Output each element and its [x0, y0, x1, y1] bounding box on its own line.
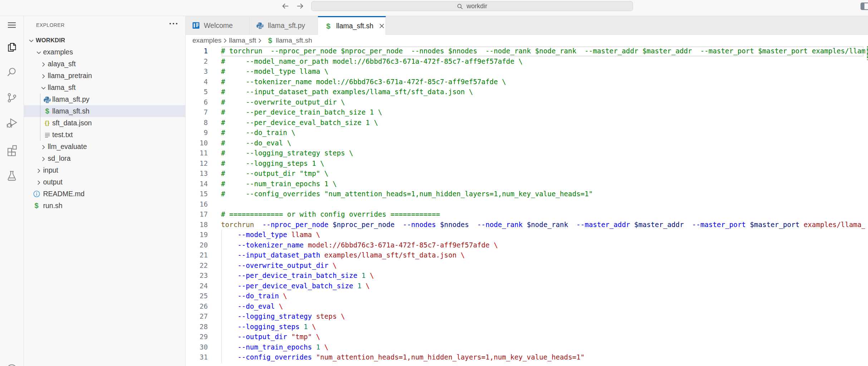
tree-file-readme-md[interactable]: README.md — [24, 188, 185, 200]
tab-label: Welcome — [204, 21, 233, 30]
line-number: 29 — [186, 332, 208, 342]
tree-item-label: sft_data.json — [52, 119, 92, 127]
code-line-text: # --output_dir "tmp" \ — [221, 169, 328, 179]
breadcrumb: examplesllama_sft$llama_sft.sh — [186, 35, 868, 46]
code-line-1: 1# torchrun --nproc_per_node $nproc_per_… — [186, 46, 868, 57]
code-line-text: --model_type llama \ — [221, 230, 320, 240]
line-number: 5 — [186, 87, 208, 97]
chevron-right-icon — [36, 179, 42, 185]
line-number: 25 — [186, 291, 208, 302]
activitybar-source-control-button[interactable] — [6, 92, 18, 104]
activitybar-extensions-button[interactable] — [6, 144, 18, 156]
code-line-16: 16 — [186, 199, 868, 210]
explorer-title: EXPLORER — [36, 22, 64, 28]
code-line-7: 7# --per_device_train_batch_size 1 \ — [186, 107, 868, 118]
breadcrumb-item[interactable]: llama_sft — [229, 37, 256, 44]
line-number: 31 — [186, 352, 208, 363]
code-line-text: # --config_overrides "num_attention_head… — [221, 189, 593, 199]
tree-file-run-sh[interactable]: $run.sh — [24, 200, 185, 212]
more-actions-icon[interactable] — [168, 18, 179, 29]
tree-folder-examples[interactable]: examples — [24, 46, 185, 58]
file-tree: WORKDIRexamplesalaya_sftllama_pretrainll… — [24, 34, 185, 212]
chevron-down-icon — [28, 37, 34, 43]
tree-file-test-txt[interactable]: test.txt — [24, 129, 185, 141]
breadcrumb-separator-icon — [257, 38, 263, 44]
activity-bar — [0, 16, 24, 366]
file-icon: {} — [44, 120, 51, 127]
code-line-text: # --input_dataset_path examples/llama_sf… — [221, 87, 473, 97]
code-line-26: 26 --do_eval \ — [186, 302, 868, 312]
code-line-10: 10# --do_eval \ — [186, 138, 868, 149]
tree-folder-llama-sft[interactable]: llama_sft — [24, 82, 185, 93]
shell-icon: $ — [45, 107, 49, 115]
activitybar-testing-button[interactable] — [6, 170, 18, 182]
line-number: 15 — [186, 189, 208, 199]
minimap[interactable] — [865, 46, 868, 366]
tree-item-label: output — [43, 178, 63, 186]
shell-icon: $ — [324, 22, 333, 30]
line-number: 14 — [186, 179, 208, 189]
line-number: 6 — [186, 97, 208, 108]
code-line-text: --do_eval \ — [221, 302, 283, 312]
code-line-text: # --model_type llama \ — [221, 67, 328, 77]
code-line-24: 24 --per_device_eval_batch_size 1 \ — [186, 281, 868, 292]
code-editor[interactable]: 1# torchrun --nproc_per_node $nproc_per_… — [186, 46, 868, 366]
search-icon — [457, 3, 463, 10]
breadcrumb-item[interactable]: examples — [192, 37, 221, 44]
command-center-label: workdir — [466, 3, 487, 10]
code-line-5: 5# --input_dataset_path examples/llama_s… — [186, 87, 868, 97]
breadcrumb-item[interactable]: llama_sft.sh — [276, 37, 312, 44]
line-number: 21 — [186, 250, 208, 261]
explorer-sidebar: EXPLORER WORKDIRexamplesalaya_sftllama_p… — [24, 16, 186, 366]
code-line-text: --logging_steps 1 \ — [221, 322, 316, 332]
tree-file-llama-sft-sh[interactable]: $llama_sft.sh — [24, 105, 185, 117]
code-line-text: torchrun --nproc_per_node $nproc_per_nod… — [221, 220, 868, 230]
back-arrow-icon[interactable] — [281, 2, 290, 10]
tree-file-sft-data-json[interactable]: {}sft_data.json — [24, 117, 185, 129]
tree-folder-output[interactable]: output — [24, 176, 185, 188]
tab-llama-sft-py[interactable]: llama_sft.py — [250, 16, 318, 35]
tree-item-label: run.sh — [43, 202, 63, 210]
code-line-15: 15# --config_overrides "num_attention_he… — [186, 189, 868, 199]
command-center-search[interactable]: workdir — [311, 1, 633, 11]
code-line-text: # --num_train_epochs 1 \ — [221, 179, 337, 189]
line-number: 3 — [186, 67, 208, 77]
tree-folder-alaya-sft[interactable]: alaya_sft — [24, 58, 185, 70]
code-line-text: # torchrun --nproc_per_node $nproc_per_n… — [221, 46, 868, 57]
tree-folder-llama-pretrain[interactable]: llama_pretrain — [24, 70, 185, 82]
code-line-text: --config_overrides "num_attention_heads=… — [221, 352, 585, 363]
tree-folder-workdir[interactable]: WORKDIR — [24, 34, 185, 46]
tree-item-label: llama_sft.sh — [52, 107, 89, 115]
code-line-text: # --do_train \ — [221, 128, 295, 138]
tab-bar: Welcomellama_sft.py$llama_sft.sh — [186, 16, 868, 35]
line-number: 12 — [186, 159, 208, 169]
close-icon[interactable] — [378, 23, 385, 29]
activitybar-menu-icon[interactable] — [6, 19, 18, 31]
line-number: 17 — [186, 210, 208, 220]
code-line-text: --per_device_train_batch_size 1 \ — [221, 271, 374, 281]
code-line-28: 28 --logging_steps 1 \ — [186, 322, 868, 332]
code-line-29: 29 --output_dir "tmp" \ — [186, 332, 868, 342]
activitybar-explorer-button[interactable] — [6, 41, 18, 53]
forward-arrow-icon[interactable] — [296, 2, 304, 10]
code-line-text: --do_train \ — [221, 291, 287, 302]
tree-file-llama-sft-py[interactable]: llama_sft.py — [24, 93, 185, 105]
activitybar-run-debug-button[interactable] — [6, 117, 18, 129]
tree-item-label: alaya_sft — [48, 60, 76, 68]
line-number: 18 — [186, 220, 208, 230]
tree-folder-input[interactable]: input — [24, 164, 185, 176]
line-number: 27 — [186, 312, 208, 322]
tab-welcome[interactable]: Welcome — [186, 16, 250, 35]
code-line-22: 22 --overwrite_output_dir \ — [186, 261, 868, 271]
editor-group: Welcomellama_sft.py$llama_sft.sh example… — [186, 16, 868, 366]
tree-item-label: test.txt — [52, 131, 73, 139]
toggle-sidebar-icon[interactable] — [860, 3, 868, 10]
tree-folder-sd-lora[interactable]: sd_lora — [24, 153, 185, 164]
tab-llama-sft-sh[interactable]: $llama_sft.sh — [318, 16, 386, 35]
tree-folder-llm-evaluate[interactable]: llm_evaluate — [24, 141, 185, 153]
line-number: 22 — [186, 261, 208, 271]
line-number: 19 — [186, 230, 208, 240]
activitybar-search-button[interactable] — [6, 66, 18, 78]
activitybar-account-button[interactable] — [6, 363, 18, 366]
info-icon — [33, 190, 40, 198]
